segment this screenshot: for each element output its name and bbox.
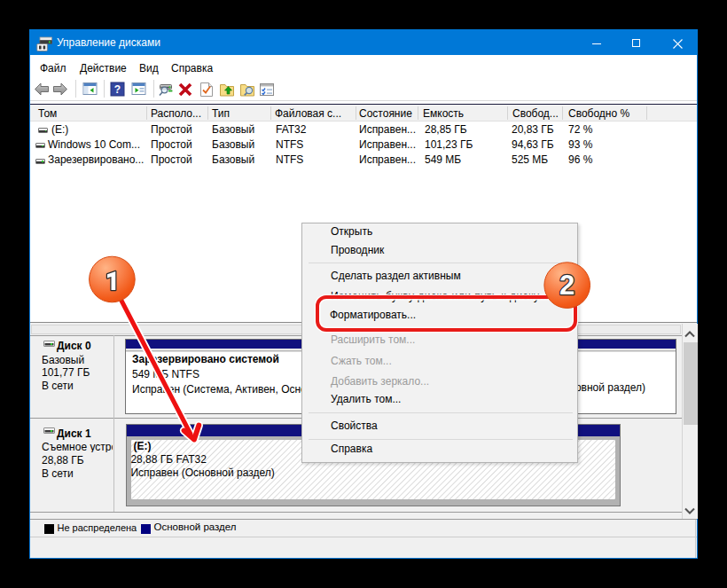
- svg-text:2: 2: [559, 270, 575, 301]
